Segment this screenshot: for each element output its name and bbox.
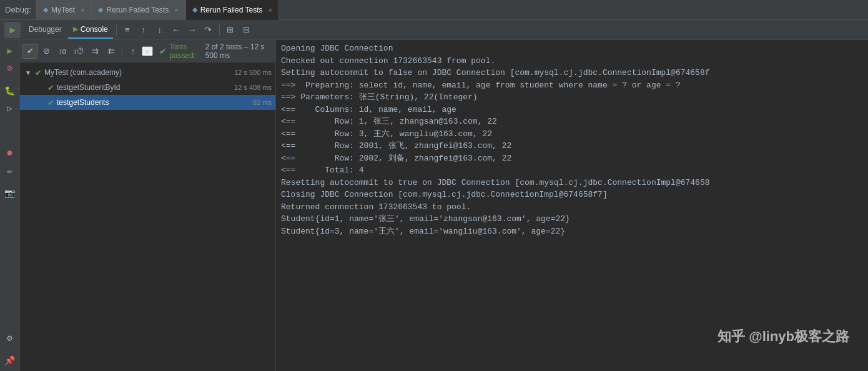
console-line-14: Student{id=1, name='张三', email='zhangsan…	[281, 213, 863, 225]
rerun2-tab-icon: ◆	[192, 6, 197, 14]
console-line-2: Setting autocommit to false on JDBC Conn…	[281, 67, 863, 79]
rerun1-tab-icon: ◆	[98, 6, 103, 14]
console-line-12: Closing JDBC Connection [com.mysql.cj.jd…	[281, 189, 863, 201]
console-line-8: <== Row: 2001, 张飞, zhangfei@163.com, 22	[281, 140, 863, 152]
console-line-15: Student{id=3, name='王六', email='wangliu@…	[281, 225, 863, 238]
console-line-11: Resetting autocommit to true on JDBC Con…	[281, 177, 863, 189]
side-icon-blank1	[2, 117, 18, 130]
test-status-bar: ✔ Tests passed: 2 of 2 tests – 12 s 500 …	[154, 42, 273, 60]
main-content: ▶ ⊘ 🐛 ▷ ● ✏ 📷 ⚙ 📌 ✔ ⊘ ↕α ↕⏱ ⇉ ⇇ ↑ » ✔	[0, 40, 868, 371]
console-line-9: <== Row: 2002, 刘备, zhangfei@163.com, 22	[281, 152, 863, 165]
console-line-5: <== Columns: id, name, email, age	[281, 104, 863, 116]
console-line-4: ==> Parameters: 张三(String), 22(Integer)	[281, 91, 863, 104]
console-line-1: Checked out connection 1732663543 from p…	[281, 55, 863, 67]
debugger-label: Debugger	[29, 25, 62, 34]
tab-console[interactable]: ▶ Console	[68, 21, 113, 39]
console-line-3: ==> Preparing: select id, name, email, a…	[281, 79, 863, 92]
console-line-10: <== Total: 4	[281, 164, 863, 177]
tab-bar: Debug: ◆ MyTest × ◆ Rerun Failed Tests ×…	[0, 0, 868, 20]
check-getStudents-icon: ✔	[47, 98, 54, 107]
toolbar-btn-layout1[interactable]: ≡	[120, 22, 135, 37]
test-btn-sort-time[interactable]: ↕⏱	[71, 44, 86, 59]
test-panel: ✔ ⊘ ↕α ↕⏱ ⇉ ⇇ ↑ » ✔ Tests passed: 2 of 2…	[20, 40, 276, 371]
toolbar-btn-down[interactable]: ↓	[152, 22, 167, 37]
status-detail: 2 of 2 tests – 12 s 500 ms	[205, 42, 268, 60]
toolbar-btn-left[interactable]: ←	[169, 22, 184, 37]
tab-rerun1[interactable]: ◆ Rerun Failed Tests ×	[91, 0, 185, 20]
side-icon-camera[interactable]: 📷	[2, 185, 18, 201]
test-btn-check[interactable]: ✔	[22, 44, 37, 59]
toolbar-btn-up[interactable]: ↑	[136, 22, 151, 37]
check-getStudentById-icon: ✔	[47, 83, 54, 92]
side-icon-settings[interactable]: ⚙	[2, 330, 18, 346]
toolbar-sep-2	[219, 24, 220, 36]
side-icon-run[interactable]: ▶	[2, 42, 18, 59]
test-btn-expand[interactable]: ⇉	[87, 44, 102, 59]
test-btn-stop[interactable]: ⊘	[39, 44, 54, 59]
status-check-icon: ✔	[159, 46, 167, 56]
tree-item-mytest[interactable]: ▼ ✔ MyTest (com.academy) 12 s 500 ms	[20, 65, 275, 80]
getStudentById-tree-label: testgetStudentById	[57, 83, 232, 92]
side-run-icon[interactable]: ▶	[4, 22, 21, 38]
toolbar-sep-1	[116, 24, 117, 36]
toolbar-btn-table[interactable]: ⊞	[223, 22, 238, 37]
debug-label: Debug:	[0, 5, 36, 14]
mytest-tree-label: MyTest (com.academy)	[44, 68, 232, 77]
test-tree: ▼ ✔ MyTest (com.academy) 12 s 500 ms ✔ t…	[20, 62, 275, 371]
rerun2-tab-label: Rerun Failed Tests	[200, 6, 263, 14]
test-btn-more[interactable]: »	[142, 46, 153, 56]
console-icon: ▶	[73, 25, 78, 33]
test-btn-collapse[interactable]: ⇇	[104, 44, 119, 59]
rerun1-tab-close[interactable]: ×	[174, 6, 178, 14]
test-toolbar: ✔ ⊘ ↕α ↕⏱ ⇉ ⇇ ↑ » ✔ Tests passed: 2 of 2…	[20, 40, 275, 62]
tab-debugger[interactable]: Debugger	[24, 21, 67, 39]
tree-item-getStudentById[interactable]: ✔ testgetStudentById 12 s 408 ms	[20, 80, 275, 95]
mytest-tree-time: 12 s 500 ms	[234, 69, 272, 76]
console-line-13: Returned connection 1732663543 to pool.	[281, 201, 863, 214]
console-line-7: <== Row: 3, 王六, wangliu@163.com, 22	[281, 128, 863, 141]
side-icon-dot[interactable]: ●	[2, 145, 18, 161]
second-toolbar: ▶ Debugger ▶ Console ≡ ↑ ↓ ← → ↷ ⊞ ⊟	[0, 20, 868, 40]
side-icon-pin[interactable]: 📌	[2, 352, 18, 369]
side-panel: ▶ ⊘ 🐛 ▷ ● ✏ 📷 ⚙ 📌	[0, 40, 20, 371]
expand-mytest-icon: ▼	[25, 69, 32, 76]
side-icon-pencil[interactable]: ✏	[2, 162, 18, 179]
toolbar-btn-grid[interactable]: ⊟	[239, 22, 254, 37]
getStudents-tree-label: testgetStudents	[57, 98, 250, 107]
side-icon-play2[interactable]: ▷	[2, 100, 18, 116]
side-icon-blank2	[2, 131, 18, 144]
console-label: Console	[81, 25, 108, 34]
check-mytest-icon: ✔	[35, 68, 42, 77]
console-line-6: <== Row: 1, 张三, zhangsan@163.com, 22	[281, 116, 863, 128]
test-btn-sort-alpha[interactable]: ↕α	[55, 44, 70, 59]
mytest-tab-label: MyTest	[51, 6, 75, 14]
getStudentById-tree-time: 12 s 408 ms	[234, 84, 272, 91]
status-passed-label: Tests passed:	[169, 42, 203, 60]
rerun1-tab-label: Rerun Failed Tests	[106, 6, 169, 14]
toolbar-btn-right[interactable]: →	[185, 22, 200, 37]
side-icon-debug[interactable]: 🐛	[2, 82, 18, 99]
console-panel: Opening JDBC Connection Checked out conn…	[276, 40, 868, 371]
tree-item-getStudents[interactable]: ✔ testgetStudents 92 ms	[20, 95, 275, 110]
console-line-0: Opening JDBC Connection	[281, 42, 863, 55]
test-sep	[122, 45, 122, 57]
mytest-tab-close[interactable]: ×	[81, 6, 84, 14]
test-btn-up-arrow[interactable]: ↑	[126, 44, 141, 59]
tab-rerun2[interactable]: ◆ Rerun Failed Tests ×	[185, 0, 279, 20]
rerun2-tab-close[interactable]: ×	[268, 6, 272, 14]
tab-mytest[interactable]: ◆ MyTest ×	[36, 0, 91, 20]
mytest-tab-icon: ◆	[43, 6, 48, 14]
toolbar-btn-step[interactable]: ↷	[201, 22, 216, 37]
side-icon-stop[interactable]: ⊘	[2, 60, 18, 76]
getStudents-tree-time: 92 ms	[253, 99, 272, 106]
